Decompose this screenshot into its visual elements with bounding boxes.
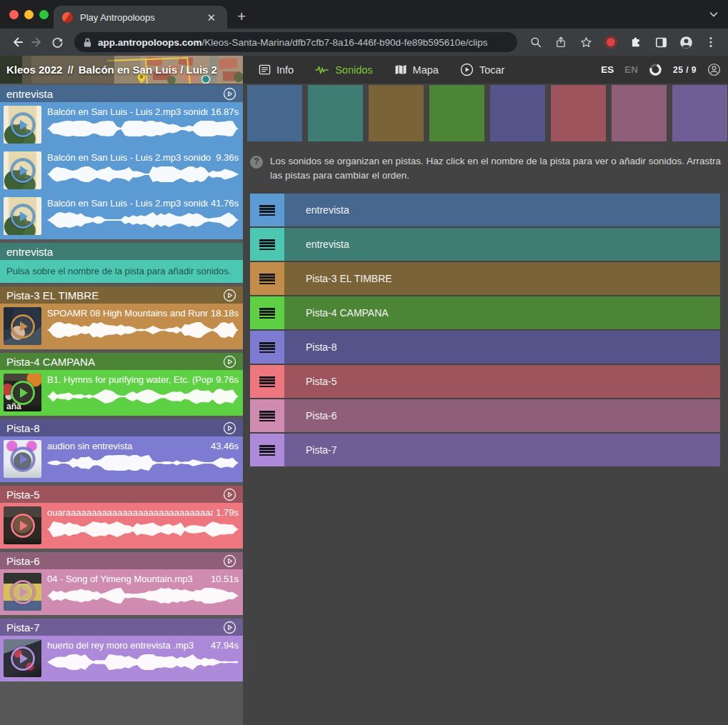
- track-drag-handle[interactable]: [250, 194, 284, 226]
- track-row[interactable]: Pista-6: [250, 399, 720, 432]
- clip-play-icon[interactable]: [11, 159, 35, 183]
- track-name-header[interactable]: Pista-3 EL TIMBRE: [0, 286, 243, 304]
- clip-thumbnail[interactable]: [4, 440, 41, 478]
- track-drag-handle[interactable]: [250, 296, 284, 329]
- track-name-header[interactable]: Pista-4 CAMPANA: [0, 353, 243, 370]
- track-row[interactable]: entrevista: [250, 194, 720, 226]
- clip-play-icon[interactable]: [11, 314, 35, 339]
- sound-clip[interactable]: audion sin entrevista 43.46s: [0, 436, 243, 482]
- track-swatch[interactable]: [429, 85, 484, 141]
- clip-play-icon[interactable]: [11, 646, 35, 671]
- track-drag-handle[interactable]: [250, 399, 284, 432]
- clip-thumbnail[interactable]: [4, 151, 41, 189]
- track-row[interactable]: Pista-3 EL TIMBRE: [250, 262, 720, 295]
- track-name-header[interactable]: Pista-8: [0, 419, 243, 436]
- map-thumbnail[interactable]: Kleos 2022 // Balcón en San Luis / Luis …: [0, 56, 243, 84]
- track-row[interactable]: Pista-5: [250, 365, 720, 398]
- track-row[interactable]: Pista-4 CAMPANA: [250, 296, 720, 329]
- share-icon[interactable]: [551, 32, 571, 52]
- track-play-icon[interactable]: [223, 554, 236, 568]
- tab-mapa[interactable]: Mapa: [394, 64, 439, 76]
- sound-clip[interactable]: ouaraaaaaaaaaaaaaaaaaaaaaaaaaaaaaaaaaaaa…: [0, 503, 243, 549]
- profile-avatar[interactable]: [676, 32, 696, 52]
- track-name-header[interactable]: Pista-7: [0, 619, 243, 636]
- clip-thumbnail[interactable]: [4, 307, 41, 345]
- track-name-header[interactable]: entrevista: [0, 85, 243, 102]
- browser-menu-kebab-icon[interactable]: [701, 32, 721, 52]
- clip-play-icon[interactable]: [11, 514, 35, 538]
- maximize-window-button[interactable]: [39, 10, 49, 19]
- track-play-icon[interactable]: [223, 87, 236, 101]
- tab-search-chevron-icon[interactable]: [708, 9, 719, 20]
- clip-play-icon[interactable]: [11, 580, 35, 604]
- track-name-header[interactable]: Pista-6: [0, 552, 243, 569]
- track-bar[interactable]: Pista-5: [284, 365, 720, 398]
- tab-close-icon[interactable]: ✕: [204, 11, 219, 24]
- track-play-icon[interactable]: [223, 289, 236, 302]
- track-bar[interactable]: Pista-3 EL TIMBRE: [284, 262, 720, 295]
- sound-clip[interactable]: Balcón en San Luis - Luis 2.mp3 sonido h…: [0, 102, 243, 148]
- forward-button[interactable]: [27, 32, 47, 52]
- track-swatch[interactable]: [308, 85, 363, 141]
- lang-es[interactable]: ES: [601, 64, 614, 75]
- sound-clip[interactable]: SPOAMR 08 High Mountains and Running ...…: [0, 304, 243, 349]
- sound-clip[interactable]: Balcón en San Luis - Luis 2.mp3 sonido h…: [0, 194, 243, 239]
- track-bar[interactable]: Pista-6: [284, 399, 720, 432]
- extensions-puzzle-icon[interactable]: [626, 32, 646, 52]
- track-drag-handle[interactable]: [250, 331, 284, 364]
- side-panel-icon[interactable]: [651, 32, 671, 52]
- tab-info[interactable]: Info: [259, 64, 294, 76]
- clip-play-icon[interactable]: [11, 113, 35, 137]
- clip-thumbnail[interactable]: [4, 639, 41, 677]
- track-swatch[interactable]: [612, 85, 667, 141]
- bookmark-star-icon[interactable]: [576, 32, 596, 52]
- macos-traffic-lights[interactable]: [9, 10, 49, 19]
- clip-play-icon[interactable]: [11, 204, 35, 229]
- sound-clip[interactable]: 04 - Song of Yimeng Mountain.mp3 10.51s: [0, 569, 243, 615]
- close-window-button[interactable]: [9, 10, 19, 19]
- clip-thumbnail[interactable]: [4, 197, 41, 235]
- clip-thumbnail[interactable]: aña: [4, 374, 41, 411]
- sound-clip[interactable]: huerto del rey moro entrevista .mp3 47.9…: [0, 636, 243, 681]
- sound-clip[interactable]: Balcón en San Luis - Luis 2.mp3 sonido h…: [0, 148, 243, 194]
- track-drag-handle[interactable]: [250, 434, 284, 466]
- track-row[interactable]: entrevista: [250, 228, 720, 261]
- address-bar[interactable]: app.antropoloops.com/Kleos-Santa-Marina/…: [74, 32, 517, 52]
- clip-thumbnail[interactable]: [4, 506, 41, 544]
- track-drag-handle[interactable]: [250, 228, 284, 261]
- track-swatch[interactable]: [490, 85, 545, 141]
- back-button[interactable]: [7, 32, 27, 52]
- tab-tocar[interactable]: Tocar: [460, 63, 504, 76]
- zoom-icon[interactable]: [526, 32, 546, 52]
- track-swatch[interactable]: [672, 85, 727, 141]
- minimize-window-button[interactable]: [24, 10, 34, 19]
- clip-play-icon[interactable]: [11, 447, 35, 471]
- track-swatch[interactable]: [369, 85, 424, 141]
- track-row[interactable]: Pista-7: [250, 434, 720, 466]
- clip-thumbnail[interactable]: [4, 106, 41, 144]
- track-play-icon[interactable]: [223, 621, 236, 634]
- track-swatch[interactable]: [247, 85, 302, 141]
- track-bar[interactable]: Pista-8: [284, 331, 720, 364]
- sound-clip[interactable]: aña B1. Hymns for purifying water, Etc. …: [0, 370, 243, 416]
- track-bar[interactable]: Pista-7: [284, 434, 720, 466]
- tab-sonidos[interactable]: Sonidos: [315, 64, 372, 76]
- track-play-icon[interactable]: [223, 488, 236, 501]
- track-bar[interactable]: Pista-4 CAMPANA: [284, 296, 720, 329]
- track-swatch[interactable]: [551, 85, 606, 141]
- record-extension-icon[interactable]: [601, 32, 621, 52]
- track-row[interactable]: Pista-8: [250, 331, 720, 364]
- track-drag-handle[interactable]: [250, 365, 284, 398]
- account-icon[interactable]: [707, 63, 721, 76]
- reload-button[interactable]: [47, 32, 67, 52]
- browser-tab[interactable]: Play Antropoloops ✕: [54, 6, 227, 29]
- new-tab-button[interactable]: +: [237, 6, 246, 26]
- track-play-icon[interactable]: [223, 421, 236, 435]
- track-drag-handle[interactable]: [250, 262, 284, 295]
- track-play-icon[interactable]: [223, 355, 236, 369]
- clip-thumbnail[interactable]: [4, 573, 41, 611]
- lang-en[interactable]: EN: [624, 64, 638, 75]
- track-name-header[interactable]: Pista-5: [0, 486, 243, 503]
- track-bar[interactable]: entrevista: [284, 194, 720, 226]
- track-name-header[interactable]: entrevista: [0, 243, 243, 260]
